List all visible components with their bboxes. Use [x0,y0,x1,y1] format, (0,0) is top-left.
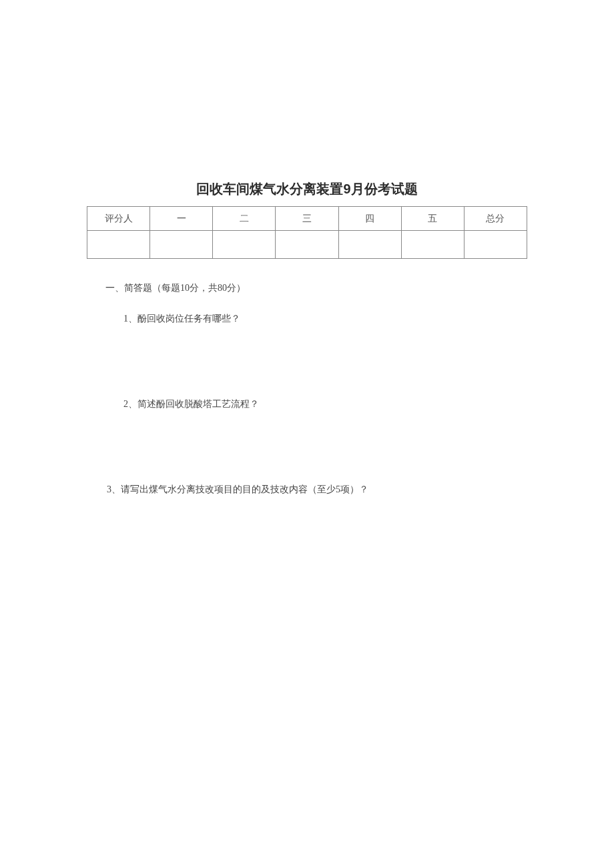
question-1: 1、酚回收岗位任务有哪些？ [123,313,527,325]
table-header-row: 评分人 一 二 三 四 五 总分 [87,207,527,231]
empty-cell [338,231,401,259]
table-empty-row [87,231,527,259]
header-cell-4: 四 [338,207,401,231]
empty-cell [150,231,213,259]
header-cell-1: 一 [150,207,213,231]
question-3: 3、请写出煤气水分离技改项目的目的及技改内容（至少5项）？ [107,484,527,496]
header-cell-scorer: 评分人 [87,207,150,231]
header-cell-total: 总分 [464,207,527,231]
document-title: 回收车间煤气水分离装置9月份考试题 [87,180,527,198]
empty-cell [464,231,527,259]
empty-cell [276,231,338,259]
header-cell-3: 三 [276,207,338,231]
empty-cell [87,231,150,259]
question-2: 2、简述酚回收脱酸塔工艺流程？ [123,398,527,410]
empty-cell [213,231,276,259]
section-heading: 一、简答题（每题10分，共80分） [105,282,527,294]
header-cell-5: 五 [401,207,464,231]
score-table: 评分人 一 二 三 四 五 总分 [87,206,527,259]
header-cell-2: 二 [213,207,276,231]
empty-cell [401,231,464,259]
